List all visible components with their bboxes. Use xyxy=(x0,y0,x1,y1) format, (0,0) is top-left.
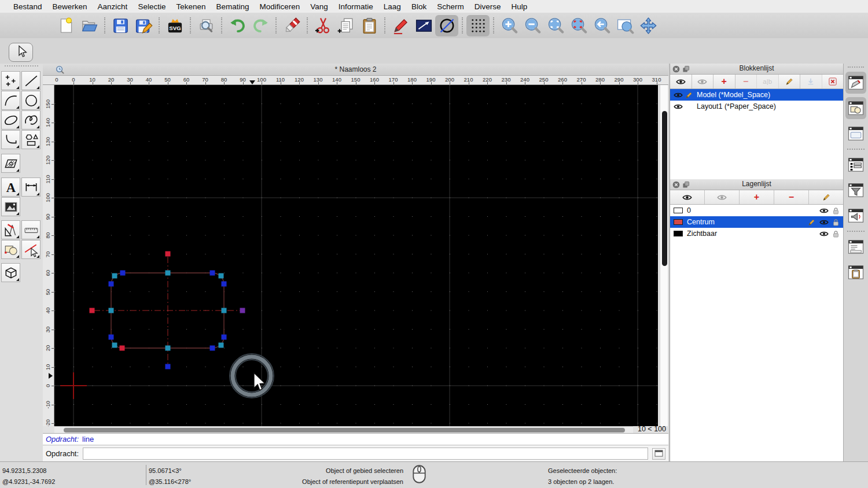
dock-clipboard-button[interactable] xyxy=(845,261,866,283)
selection-handle-cyan[interactable] xyxy=(109,308,114,313)
close-icon[interactable] xyxy=(672,65,680,73)
menu-tekenen[interactable]: Tekenen xyxy=(171,2,211,11)
dock-modify-button[interactable] xyxy=(845,97,866,119)
tool-text-button[interactable]: A xyxy=(1,178,20,197)
selection-handle-blue[interactable] xyxy=(210,346,215,351)
detach-icon[interactable] xyxy=(682,181,690,188)
save-button[interactable] xyxy=(109,15,132,36)
print-preview-button[interactable] xyxy=(194,15,218,36)
add-block-button[interactable]: + xyxy=(713,75,735,88)
selection-handle-blue[interactable] xyxy=(109,335,114,340)
add-layer-button[interactable]: + xyxy=(740,190,774,204)
edit-block-button[interactable] xyxy=(779,75,801,88)
save-as-button[interactable] xyxy=(132,15,155,36)
selection-handle-blue[interactable] xyxy=(120,271,126,276)
pan-button[interactable] xyxy=(637,15,660,36)
dock-lists-button[interactable] xyxy=(845,154,866,176)
vertical-scrollbar-thumb[interactable] xyxy=(662,111,667,266)
cut-button[interactable] xyxy=(311,15,334,36)
selection-handle-blue[interactable] xyxy=(222,335,227,340)
selection-handle-red[interactable] xyxy=(90,308,95,313)
menu-hulp[interactable]: Hulp xyxy=(506,2,532,11)
menu-bestand[interactable]: Bestand xyxy=(8,2,47,11)
tool-entity-select-button[interactable] xyxy=(21,240,41,259)
layer-item-0[interactable]: 0 xyxy=(670,205,843,216)
dock-pen-button[interactable] xyxy=(845,72,866,94)
tool-dimension-button[interactable] xyxy=(21,178,41,197)
line-properties-button[interactable] xyxy=(412,15,435,36)
dock-filter-button[interactable] xyxy=(845,179,866,201)
detach-icon[interactable] xyxy=(682,65,690,73)
horizontal-scrollbar-thumb[interactable] xyxy=(64,428,625,432)
selection-handle-blue[interactable] xyxy=(210,271,215,276)
menu-scherm[interactable]: Scherm xyxy=(432,2,469,11)
tool-ellipse-button[interactable] xyxy=(1,110,20,130)
selection-handle-red[interactable] xyxy=(120,346,125,351)
tool-modify-button[interactable] xyxy=(1,240,20,259)
selection-handle-blue[interactable] xyxy=(109,282,114,287)
zoom-in-button[interactable] xyxy=(498,15,521,36)
drawing-window-titlebar[interactable]: * Naamloos 2 xyxy=(43,64,668,76)
tool-drafting-button[interactable] xyxy=(1,220,20,239)
menu-laag[interactable]: Laag xyxy=(378,2,406,11)
select-tool-button[interactable] xyxy=(9,43,33,62)
selection-handle-cyan[interactable] xyxy=(165,271,171,276)
command-window-button[interactable] xyxy=(652,448,665,460)
close-icon[interactable] xyxy=(672,181,680,188)
eye-icon[interactable] xyxy=(819,231,829,237)
tool-solid-button[interactable] xyxy=(1,263,20,282)
selection-handle-cyan[interactable] xyxy=(219,273,224,279)
menu-blok[interactable]: Blok xyxy=(406,2,432,11)
selection-handle-cyan[interactable] xyxy=(219,343,224,348)
selection-handle-blue[interactable] xyxy=(165,364,171,369)
redo-button[interactable] xyxy=(249,15,272,36)
copy-button[interactable] xyxy=(334,15,358,36)
new-file-button[interactable] xyxy=(54,15,78,36)
tool-hatch-button[interactable] xyxy=(1,154,20,173)
grid-toggle-button[interactable] xyxy=(466,15,490,36)
zoom-window-button[interactable] xyxy=(613,15,637,36)
eye-icon[interactable] xyxy=(819,208,829,214)
tool-line-button[interactable] xyxy=(21,71,41,90)
menu-aanzicht[interactable]: Aanzicht xyxy=(93,2,133,11)
remove-layer-button[interactable]: − xyxy=(774,190,809,204)
selection-handle-cyan[interactable] xyxy=(165,346,171,351)
dock-preview-button[interactable] xyxy=(845,123,866,145)
menu-modificeren[interactable]: Modificeren xyxy=(255,2,306,11)
menu-diverse[interactable]: Diverse xyxy=(469,2,506,11)
undo-button[interactable] xyxy=(226,15,249,36)
vertical-scrollbar[interactable] xyxy=(660,85,668,426)
lock-icon[interactable] xyxy=(833,207,839,215)
zoom-previous-button[interactable] xyxy=(567,15,590,36)
dock-notify-button[interactable] xyxy=(845,205,866,227)
paste-button[interactable] xyxy=(358,15,381,36)
menu-bemating[interactable]: Bemating xyxy=(211,2,254,11)
tool-image-button[interactable] xyxy=(1,197,20,216)
export-svg-button[interactable]: SVG xyxy=(163,15,186,36)
tool-spline-button[interactable] xyxy=(21,110,41,130)
tool-arc-button[interactable] xyxy=(1,91,20,110)
menu-selectie[interactable]: Selectie xyxy=(133,2,171,11)
selection-handle-cyan[interactable] xyxy=(222,308,227,313)
selection-handle-cyan[interactable] xyxy=(112,273,117,279)
selection-handle-blue[interactable] xyxy=(222,282,227,287)
menu-vang[interactable]: Vang xyxy=(305,2,333,11)
zoom-auto-button[interactable] xyxy=(544,15,567,36)
draft-mode-button[interactable] xyxy=(435,15,458,36)
open-file-button[interactable] xyxy=(78,15,101,36)
show-all-layers-button[interactable] xyxy=(670,190,705,204)
delete-selected-button[interactable] xyxy=(280,15,303,36)
dock-command-button[interactable] xyxy=(845,236,866,258)
menu-bewerken[interactable]: Bewerken xyxy=(47,2,93,11)
eye-icon[interactable] xyxy=(819,219,829,225)
delete-block-button[interactable] xyxy=(822,75,844,88)
hide-all-layers-button[interactable] xyxy=(705,190,740,204)
edit-entity-button[interactable] xyxy=(389,15,412,36)
tool-polyline-button[interactable] xyxy=(1,130,20,149)
hide-all-blocks-button[interactable] xyxy=(692,75,714,88)
block-item-layout1[interactable]: Layout1 (*Paper_Space) xyxy=(670,101,843,112)
selection-handle-red[interactable] xyxy=(165,252,171,257)
command-input[interactable] xyxy=(83,448,648,460)
drawing-canvas[interactable] xyxy=(54,85,658,426)
selection-handle-cyan[interactable] xyxy=(112,343,117,348)
